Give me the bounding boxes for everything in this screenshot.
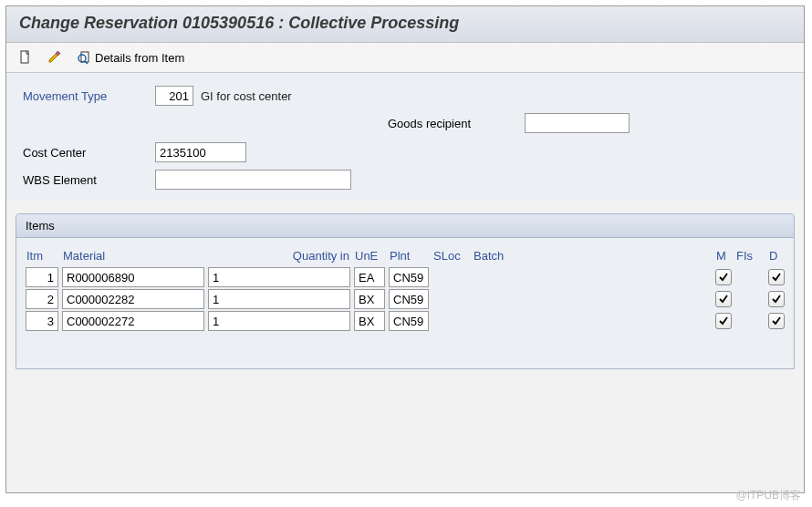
qty-input[interactable] (208, 267, 350, 287)
details-from-item-button[interactable]: Details from Item (72, 47, 189, 67)
itm-input[interactable] (26, 289, 58, 309)
itm-input[interactable] (26, 311, 58, 331)
items-header-row: Itm Material Quantity in UnE Plnt SLoc B… (24, 245, 786, 266)
une-input[interactable] (354, 289, 385, 309)
goods-recipient-input[interactable] (525, 113, 630, 133)
edit-button[interactable] (43, 47, 67, 67)
une-input[interactable] (354, 311, 385, 331)
table-row (24, 288, 786, 310)
items-panel: Items Itm Material Quantity in UnE Plnt … (16, 213, 795, 369)
col-material: Material (60, 245, 206, 266)
checkbox[interactable] (715, 313, 732, 329)
checkbox[interactable] (715, 291, 732, 307)
plnt-input[interactable] (389, 311, 429, 331)
checkbox[interactable] (768, 269, 785, 285)
material-input[interactable] (62, 289, 204, 309)
app-window: Change Reservation 0105390516 : Collecti… (5, 5, 805, 493)
pencil-icon (47, 50, 62, 65)
col-batch: Batch (471, 245, 535, 266)
col-itm: Itm (24, 245, 60, 266)
qty-input[interactable] (208, 289, 350, 309)
itm-input[interactable] (26, 267, 58, 287)
material-input[interactable] (62, 267, 204, 287)
material-input[interactable] (62, 311, 204, 331)
une-input[interactable] (354, 267, 385, 287)
movement-type-input[interactable] (155, 86, 193, 106)
movement-type-desc: GI for cost center (201, 89, 292, 103)
new-button[interactable] (14, 47, 37, 67)
checkbox[interactable] (768, 313, 785, 329)
col-sloc: SLoc (431, 245, 471, 266)
magnifier-document-icon (77, 50, 91, 65)
items-panel-title: Items (16, 214, 794, 238)
movement-type-label: Movement Type (23, 89, 155, 103)
form-area: Movement Type GI for cost center Goods r… (6, 73, 804, 201)
wbs-element-label: WBS Element (23, 173, 155, 187)
col-fis: FIs (734, 245, 766, 266)
table-row (24, 266, 786, 288)
col-plnt: Plnt (387, 245, 431, 266)
qty-input[interactable] (208, 311, 350, 331)
plnt-input[interactable] (389, 267, 429, 287)
document-icon (18, 50, 33, 65)
wbs-element-input[interactable] (155, 170, 351, 190)
watermark: @ITPUB博客 (735, 488, 801, 503)
cost-center-input[interactable] (155, 142, 246, 162)
col-une: UnE (352, 245, 387, 266)
page-title: Change Reservation 0105390516 : Collecti… (19, 14, 793, 33)
plnt-input[interactable] (389, 289, 429, 309)
col-d: D (766, 245, 786, 266)
cost-center-label: Cost Center (23, 146, 155, 160)
goods-recipient-label: Goods recipient (388, 117, 525, 130)
checkbox[interactable] (768, 291, 785, 307)
table-row (24, 310, 786, 332)
col-qty: Quantity in (206, 245, 352, 266)
items-table: Itm Material Quantity in UnE Plnt SLoc B… (24, 245, 786, 332)
col-m: M (713, 245, 734, 266)
checkbox[interactable] (715, 269, 732, 285)
toolbar: Details from Item (6, 43, 804, 73)
details-from-item-label: Details from Item (95, 51, 184, 65)
titlebar: Change Reservation 0105390516 : Collecti… (6, 6, 804, 43)
